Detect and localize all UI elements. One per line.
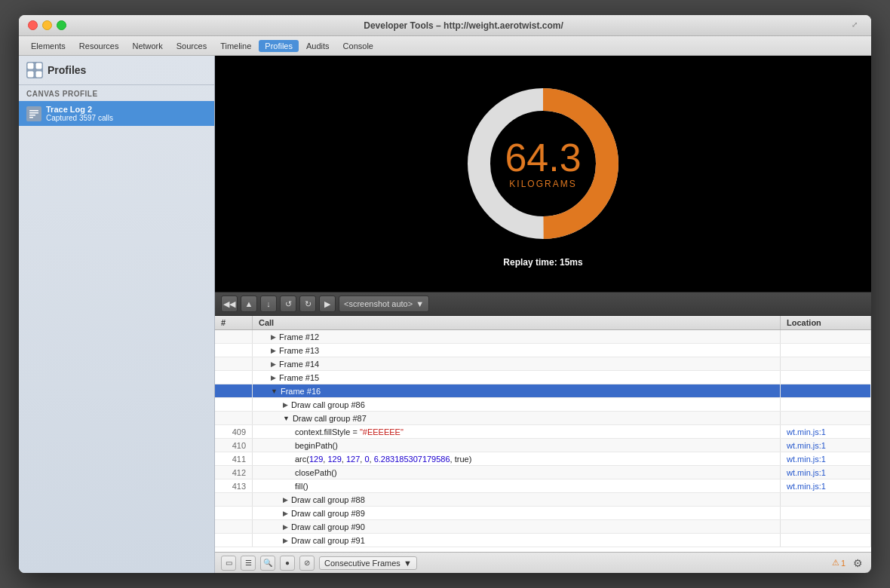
row-num: 410 bbox=[215, 439, 253, 452]
table-row[interactable]: 409 context.fillStyle = "#EEEEEE" wt.min… bbox=[215, 425, 871, 439]
col-header-location: Location bbox=[781, 316, 871, 329]
tree-arrow: ▶ bbox=[271, 333, 276, 341]
table-row[interactable]: ▼ Draw call group #87 bbox=[215, 412, 871, 425]
table-row[interactable]: ▶ Draw call group #88 bbox=[215, 493, 871, 507]
row-call: ▶ Frame #13 bbox=[253, 344, 781, 357]
row-loc bbox=[781, 344, 871, 357]
maximize-button[interactable] bbox=[57, 20, 66, 30]
search-button[interactable]: 🔍 bbox=[260, 556, 275, 571]
menu-timeline[interactable]: Timeline bbox=[214, 40, 257, 52]
menu-audits[interactable]: Audits bbox=[300, 40, 336, 52]
menu-elements[interactable]: Elements bbox=[25, 40, 72, 52]
menu-resources[interactable]: Resources bbox=[73, 40, 125, 52]
row-num bbox=[215, 344, 253, 357]
row-loc bbox=[781, 330, 871, 343]
titlebar: Developer Tools – http://weight.aerotwis… bbox=[19, 15, 871, 36]
row-num bbox=[215, 357, 253, 370]
traffic-lights bbox=[28, 20, 66, 30]
tree-arrow: ▶ bbox=[271, 374, 276, 381]
screenshot-label: <screenshot auto> bbox=[344, 299, 413, 308]
row-call: ▶ Frame #14 bbox=[253, 357, 781, 370]
row-loc[interactable]: wt.min.js:1 bbox=[781, 439, 871, 452]
call-table[interactable]: # Call Location ▶ Frame #12 bbox=[215, 316, 871, 552]
main-panel: 64.3 KILOGRAMS Replay time: 15ms ◀◀ ▲ ↓ … bbox=[215, 56, 871, 573]
table-row[interactable]: 413 fill() wt.min.js:1 bbox=[215, 479, 871, 493]
row-num bbox=[215, 398, 253, 411]
sidebar-header: Profiles bbox=[19, 56, 214, 85]
table-row[interactable]: ▶ Frame #13 bbox=[215, 344, 871, 357]
row-loc[interactable]: wt.min.js:1 bbox=[781, 425, 871, 438]
consecutive-frames-select[interactable]: Consecutive Frames ▼ bbox=[319, 556, 417, 570]
screenshot-select[interactable]: <screenshot auto> ▼ bbox=[339, 296, 429, 312]
row-call: ▶ Draw call group #90 bbox=[253, 520, 781, 533]
settings-button[interactable]: ⚙ bbox=[850, 556, 865, 571]
warning-icon: ⚠ bbox=[832, 558, 839, 568]
expand-icon[interactable]: ⤢ bbox=[852, 20, 862, 31]
stop-button[interactable]: ⊘ bbox=[299, 556, 315, 571]
row-loc[interactable]: wt.min.js:1 bbox=[781, 466, 871, 479]
trace-log-item[interactable]: Trace Log 2 Captured 3597 calls bbox=[19, 101, 214, 126]
row-call: fill() bbox=[253, 479, 781, 492]
row-num bbox=[215, 330, 253, 343]
record-button[interactable]: ● bbox=[280, 556, 295, 571]
menu-profiles[interactable]: Profiles bbox=[259, 40, 299, 52]
row-loc bbox=[781, 384, 871, 397]
warning-count: 1 bbox=[841, 559, 846, 568]
row-loc[interactable]: wt.min.js:1 bbox=[781, 479, 871, 492]
tree-arrow: ▶ bbox=[271, 360, 276, 368]
replay-button[interactable]: ↺ bbox=[280, 296, 296, 312]
list-button[interactable]: ☰ bbox=[241, 556, 256, 571]
warning-badge: ⚠ 1 bbox=[832, 558, 846, 568]
row-call: ▼ Draw call group #87 bbox=[253, 412, 781, 424]
prev-button[interactable]: ▲ bbox=[241, 296, 257, 312]
menu-console[interactable]: Console bbox=[337, 40, 379, 52]
table-row[interactable]: 410 beginPath() wt.min.js:1 bbox=[215, 439, 871, 452]
tree-arrow-open: ▼ bbox=[283, 415, 290, 422]
step-back-button[interactable]: ↓ bbox=[260, 296, 277, 312]
tree-arrow: ▶ bbox=[283, 401, 288, 409]
svg-rect-3 bbox=[36, 72, 42, 78]
sidebar: Profiles CANVAS PROFILE Trace Log 2 Capt… bbox=[19, 56, 215, 573]
trace-log-icon bbox=[26, 106, 41, 121]
menu-sources[interactable]: Sources bbox=[170, 40, 213, 52]
svg-rect-2 bbox=[28, 72, 34, 78]
close-button[interactable] bbox=[28, 20, 38, 30]
consecutive-frames-label: Consecutive Frames bbox=[324, 559, 400, 568]
table-row[interactable]: ▶ Frame #14 bbox=[215, 357, 871, 371]
row-call: ▶ Draw call group #86 bbox=[253, 398, 781, 411]
sidebar-title: Profiles bbox=[48, 64, 86, 76]
minimize-button[interactable] bbox=[42, 20, 52, 30]
dock-button[interactable]: ▭ bbox=[221, 556, 236, 571]
row-num: 412 bbox=[215, 466, 253, 479]
table-row[interactable]: ▶ Draw call group #90 bbox=[215, 520, 871, 534]
menu-network[interactable]: Network bbox=[126, 40, 168, 52]
replay-forward-button[interactable]: ↻ bbox=[299, 296, 316, 312]
row-num: 409 bbox=[215, 425, 253, 438]
row-num bbox=[215, 493, 253, 506]
row-num bbox=[215, 412, 253, 424]
row-loc bbox=[781, 398, 871, 411]
table-row[interactable]: ▶ Draw call group #86 bbox=[215, 398, 871, 412]
row-num: 413 bbox=[215, 479, 253, 492]
rewind-button[interactable]: ◀◀ bbox=[221, 296, 238, 312]
table-row[interactable]: ▶ Frame #12 bbox=[215, 330, 871, 344]
table-row[interactable]: ▶ Frame #15 bbox=[215, 371, 871, 384]
next-button[interactable]: ▶ bbox=[319, 296, 336, 312]
row-call: ▶ Draw call group #89 bbox=[253, 507, 781, 519]
row-num bbox=[215, 534, 253, 547]
window-title: Developer Tools – http://weight.aerotwis… bbox=[75, 20, 852, 31]
table-row[interactable]: ▶ Draw call group #91 bbox=[215, 534, 871, 547]
row-call: context.fillStyle = "#EEEEEE" bbox=[253, 425, 781, 438]
row-loc[interactable]: wt.min.js:1 bbox=[781, 452, 871, 465]
row-call: ▼ Frame #16 bbox=[253, 384, 781, 397]
svg-rect-1 bbox=[36, 63, 42, 69]
table-row[interactable]: 411 arc(129, 129, 127, 0, 6.283185307179… bbox=[215, 452, 871, 466]
table-row-selected[interactable]: ▼ Frame #16 bbox=[215, 384, 871, 398]
row-num bbox=[215, 507, 253, 519]
table-row[interactable]: ▶ Draw call group #89 bbox=[215, 507, 871, 520]
canvas-toolbar: ◀◀ ▲ ↓ ↺ ↻ ▶ <screenshot auto> ▼ bbox=[215, 292, 871, 316]
profiles-icon bbox=[26, 62, 43, 78]
row-call: arc(129, 129, 127, 0, 6.283185307179586,… bbox=[253, 452, 781, 465]
row-call: ▶ Frame #15 bbox=[253, 371, 781, 384]
table-row[interactable]: 412 closePath() wt.min.js:1 bbox=[215, 466, 871, 479]
